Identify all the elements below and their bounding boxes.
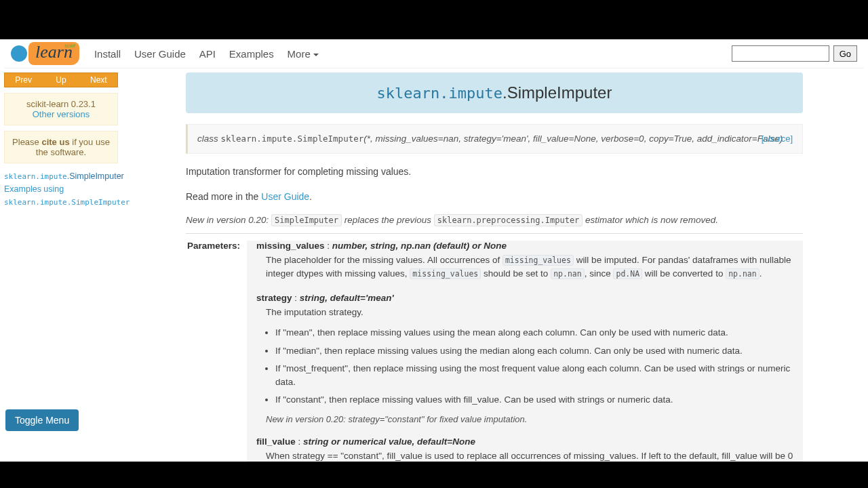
list-item: If "median", then replace missing values… [275, 344, 793, 358]
sidebar: Prev Up Next scikit-learn 0.23.1 Other v… [4, 73, 118, 462]
next-link[interactable]: Next [80, 73, 117, 87]
parameters-section: Parameters: missing_values : number, str… [186, 233, 803, 462]
version-text: scikit-learn 0.23.1 [9, 99, 113, 109]
description-2: Read more in the User Guide. [186, 190, 803, 204]
cite-box: Please cite us if you use the software. [4, 131, 118, 163]
cite-us-link[interactable]: cite us [41, 137, 69, 147]
search-input[interactable] [732, 45, 829, 62]
toc: sklearn.impute.SimpleImputer Examples us… [4, 170, 118, 208]
nav-api[interactable]: API [199, 48, 216, 60]
version-note: New in version 0.20: strategy="constant"… [256, 414, 793, 424]
logo-box: scikit learn [28, 42, 79, 65]
parameters-label: Parameters: [186, 241, 247, 462]
toggle-menu-button[interactable]: Toggle Menu [5, 409, 79, 431]
user-guide-link[interactable]: User Guide [261, 191, 309, 202]
main-content: sklearn.impute.SimpleImputer class sklea… [118, 73, 864, 462]
toc-examples-using[interactable]: Examples using [4, 183, 118, 196]
up-link[interactable]: Up [42, 73, 79, 87]
nav-install[interactable]: Install [94, 48, 121, 60]
logo-dot-icon [11, 45, 27, 62]
logo[interactable]: scikit learn [11, 42, 79, 65]
search-go-button[interactable]: Go [833, 45, 857, 62]
prev-up-next: Prev Up Next [4, 73, 118, 87]
other-versions-link[interactable]: Other versions [33, 109, 90, 119]
description-1: Imputation transformer for completing mi… [186, 165, 803, 179]
toc-simpleimputer[interactable]: sklearn.impute.SimpleImputer [4, 170, 118, 183]
version-box: scikit-learn 0.23.1 Other versions [4, 93, 118, 125]
param-fill-value: fill_value : string or numerical value, … [256, 436, 793, 462]
nav-examples[interactable]: Examples [229, 48, 274, 60]
list-item: If "constant", then replace missing valu… [275, 393, 793, 407]
source-link[interactable]: [source] [762, 132, 793, 146]
version-added: New in version 0.20: SimpleImputer repla… [186, 215, 803, 225]
toc-examples-mono[interactable]: sklearn.impute.SimpleImputer [4, 196, 118, 209]
nav-links: Install User Guide API Examples More [89, 48, 324, 60]
prev-link[interactable]: Prev [5, 73, 42, 87]
navbar: scikit learn Install User Guide API Exam… [4, 39, 864, 68]
nav-more-dropdown[interactable]: More [288, 48, 319, 60]
nav-user-guide[interactable]: User Guide [134, 48, 186, 60]
list-item: If "mean", then replace missing values u… [275, 326, 793, 340]
list-item: If "most_frequent", then replace missing… [275, 362, 793, 390]
signature-box: class sklearn.impute.SimpleImputer(*, mi… [186, 124, 803, 154]
param-strategy: strategy : string, default='mean' The im… [256, 293, 793, 424]
page-title: sklearn.impute.SimpleImputer [186, 73, 803, 113]
param-missing-values: missing_values : number, string, np.nan … [256, 241, 793, 281]
